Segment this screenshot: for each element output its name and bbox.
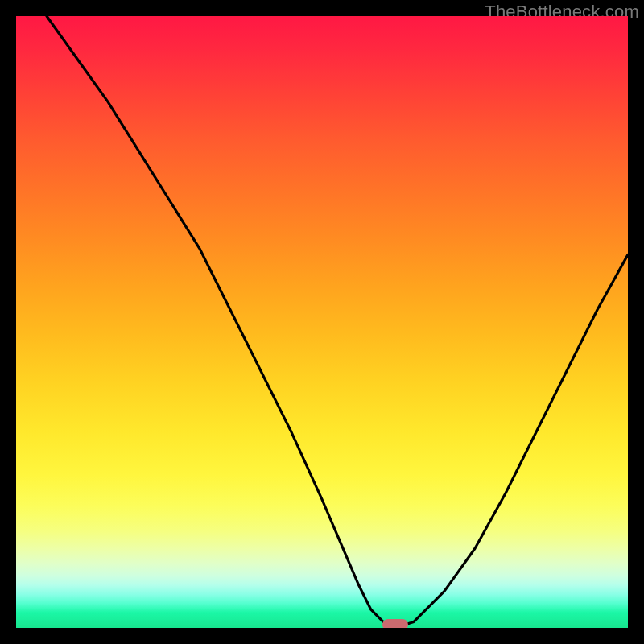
bottleneck-curve bbox=[16, 16, 628, 628]
chart-frame: TheBottleneck.com bbox=[0, 0, 644, 644]
plot-area bbox=[16, 16, 628, 628]
optimal-marker bbox=[382, 619, 408, 628]
